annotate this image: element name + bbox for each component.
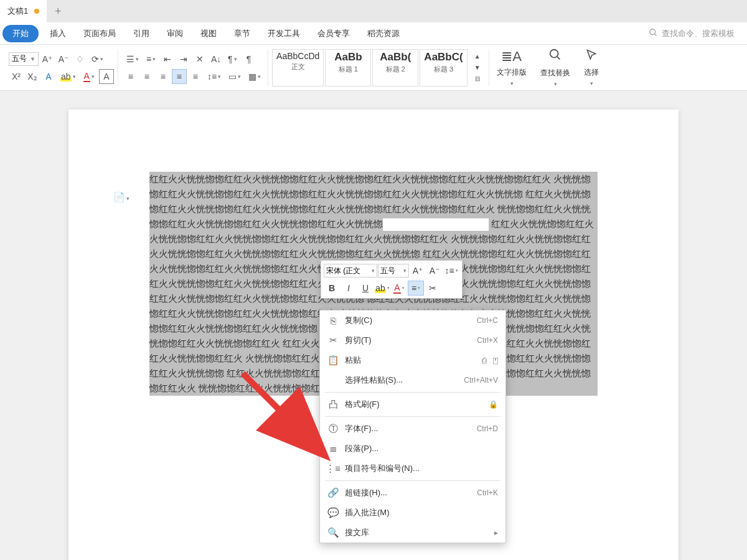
cm-hyperlink[interactable]: 🔗 超链接(H)... Ctrl+K bbox=[320, 483, 505, 503]
mini-toolbar: 宋体 (正文▾ 五号▾ A⁺ A⁻ ↕≡▾ B I U ab▾ A▾ ≡▾ ✂ bbox=[321, 260, 463, 299]
magnifier-icon bbox=[548, 48, 562, 65]
link-icon: 🔗 bbox=[326, 487, 340, 498]
tab-bar: 文稿1 + bbox=[0, 0, 747, 22]
submenu-arrow-icon: ▸ bbox=[494, 528, 498, 537]
style-heading2[interactable]: AaBb( 标题 2 bbox=[372, 49, 418, 86]
svg-point-0 bbox=[650, 29, 655, 34]
paste-keep-format-icon[interactable]: ⎙ bbox=[482, 356, 487, 365]
menu-docer[interactable]: 稻壳资源 bbox=[359, 22, 408, 45]
style-heading3[interactable]: AaBbC( 标题 3 bbox=[420, 49, 467, 86]
bullets-button[interactable]: ☰▾ bbox=[123, 52, 142, 67]
svg-point-2 bbox=[550, 50, 558, 58]
document-tab[interactable]: 文稿1 bbox=[0, 0, 47, 22]
styles-more-button[interactable]: ⊟ bbox=[470, 74, 485, 84]
align-distribute-button[interactable]: ≡ bbox=[188, 69, 203, 84]
text-layout-button[interactable]: ≣A 文字排版▾ bbox=[491, 49, 533, 86]
cursor-icon bbox=[585, 49, 598, 65]
svg-line-3 bbox=[557, 57, 560, 60]
cm-paste[interactable]: 📋 粘贴 ⎙⍞ bbox=[320, 350, 505, 370]
paste-icon: 📋 bbox=[326, 355, 340, 366]
shrink-font-button[interactable]: A⁻ bbox=[56, 52, 71, 67]
mini-highlight[interactable]: ab▾ bbox=[374, 281, 390, 296]
menu-view[interactable]: 视图 bbox=[192, 22, 225, 45]
cm-copy[interactable]: ⎘ 复制(C) Ctrl+C bbox=[320, 310, 505, 330]
cm-font[interactable]: Ⓣ 字体(F)... Ctrl+D bbox=[320, 419, 505, 439]
page-options-icon[interactable]: 📄▾ bbox=[113, 192, 129, 203]
mini-shrink-font[interactable]: A⁻ bbox=[426, 263, 443, 278]
mini-font-select[interactable]: 宋体 (正文▾ bbox=[324, 264, 377, 278]
align-left-button[interactable]: ≡ bbox=[123, 69, 138, 84]
subscript-button[interactable]: X₂ bbox=[25, 69, 40, 84]
mini-format-painter[interactable]: ✂ bbox=[425, 281, 441, 296]
cm-wenku[interactable]: 🔍 搜文库 ▸ bbox=[320, 523, 505, 543]
menu-page-layout[interactable]: 页面布局 bbox=[75, 22, 125, 45]
font-group: 五号▼ A⁺ A⁻ ♢ ⟳▾ X² X₂ A ab▾ A▾ A bbox=[5, 49, 118, 86]
styles-up-button[interactable]: ▲ bbox=[470, 52, 485, 62]
mini-font-color[interactable]: A▾ bbox=[391, 281, 407, 296]
font-color-a-button[interactable]: A bbox=[41, 69, 56, 84]
search-placeholder: 查找命令、搜索模板 bbox=[662, 28, 735, 39]
comment-icon: 💬 bbox=[326, 507, 340, 518]
mini-underline[interactable]: U bbox=[357, 281, 374, 296]
context-menu: ⎘ 复制(C) Ctrl+C ✂ 剪切(T) Ctrl+X 📋 粘贴 ⎙⍞ 选择… bbox=[319, 310, 506, 543]
mini-bold[interactable]: B bbox=[324, 281, 340, 296]
change-case-button[interactable]: ⟳▾ bbox=[88, 52, 106, 67]
ribbon: 五号▼ A⁺ A⁻ ♢ ⟳▾ X² X₂ A ab▾ A▾ A ☰▾ ≡▾ ⇤ … bbox=[0, 45, 747, 91]
sort-button[interactable]: ✕ bbox=[192, 52, 207, 67]
select-button[interactable]: 选择▾ bbox=[578, 49, 605, 86]
find-replace-button[interactable]: 查找替换▾ bbox=[534, 48, 576, 87]
font-size-select[interactable]: 五号▼ bbox=[9, 52, 39, 66]
grow-font-button[interactable]: A⁺ bbox=[40, 52, 55, 67]
cm-paste-special[interactable]: 选择性粘贴(S)... Ctrl+Alt+V bbox=[320, 370, 505, 390]
increase-indent-button[interactable]: ⇥ bbox=[176, 52, 191, 67]
menu-references[interactable]: 引用 bbox=[125, 22, 158, 45]
menu-insert[interactable]: 插入 bbox=[41, 22, 75, 45]
menu-review[interactable]: 审阅 bbox=[158, 22, 192, 45]
mini-line-spacing[interactable]: ↕≡▾ bbox=[443, 263, 459, 278]
superscript-button[interactable]: X² bbox=[9, 69, 24, 84]
cm-cut[interactable]: ✂ 剪切(T) Ctrl+X bbox=[320, 330, 505, 350]
paragraph-icon: ≣ bbox=[326, 443, 340, 454]
line-spacing-top-button[interactable]: ¶▾ bbox=[225, 52, 240, 67]
command-search[interactable]: 查找命令、搜索模板 bbox=[649, 28, 735, 39]
new-tab-button[interactable]: + bbox=[47, 0, 69, 22]
line-spacing-button[interactable]: ↕≡▾ bbox=[204, 69, 224, 84]
cm-paragraph[interactable]: ≣ 段落(P)... bbox=[320, 439, 505, 459]
paste-options[interactable]: ⎙⍞ bbox=[482, 356, 498, 365]
cut-icon: ✂ bbox=[326, 335, 340, 346]
highlight-button[interactable]: ab▾ bbox=[57, 69, 79, 84]
align-center-button[interactable]: ≡ bbox=[139, 69, 154, 84]
character-border-button[interactable]: A bbox=[99, 69, 114, 84]
cm-bullets[interactable]: ⋮≡ 项目符号和编号(N)... bbox=[320, 459, 505, 478]
paste-text-only-icon[interactable]: ⍞ bbox=[493, 356, 498, 365]
mini-size-select[interactable]: 五号▾ bbox=[378, 264, 409, 278]
paragraph-group: ☰▾ ≡▾ ⇤ ⇥ ✕ A↓ ¶▾ ¶ ≡ ≡ ≡ ≡ ≡ ↕≡▾ ▭▾ ▦▾ bbox=[120, 49, 268, 86]
cm-format-painter[interactable]: 凸 格式刷(F) 🔒 bbox=[320, 394, 505, 414]
decrease-indent-button[interactable]: ⇤ bbox=[160, 52, 175, 67]
font-icon: Ⓣ bbox=[326, 423, 340, 435]
text-direction-button[interactable]: A↓ bbox=[209, 52, 223, 67]
menu-sections[interactable]: 章节 bbox=[225, 22, 259, 45]
text-layout-icon: ≣A bbox=[501, 49, 522, 65]
align-right-button[interactable]: ≡ bbox=[156, 69, 171, 84]
styles-down-button[interactable]: ▼ bbox=[470, 63, 485, 73]
mini-italic[interactable]: I bbox=[341, 281, 357, 296]
menu-start[interactable]: 开始 bbox=[2, 25, 39, 42]
menu-developer[interactable]: 开发工具 bbox=[259, 22, 309, 45]
bullets-icon: ⋮≡ bbox=[326, 463, 340, 474]
format-painter-lock-icon: 🔒 bbox=[489, 400, 498, 409]
numbering-button[interactable]: ≡▾ bbox=[143, 52, 159, 67]
svg-line-1 bbox=[654, 34, 656, 35]
mini-justify[interactable]: ≡▾ bbox=[408, 281, 424, 296]
borders-button[interactable]: ▦▾ bbox=[245, 69, 264, 84]
align-justify-button[interactable]: ≡ bbox=[172, 69, 187, 84]
style-heading1[interactable]: AaBb 标题 1 bbox=[325, 49, 371, 86]
show-marks-button[interactable]: ¶ bbox=[242, 52, 256, 67]
clear-format-button[interactable]: ♢ bbox=[72, 52, 87, 67]
mini-grow-font[interactable]: A⁺ bbox=[410, 263, 426, 278]
cm-comment[interactable]: 💬 插入批注(M) bbox=[320, 503, 505, 523]
font-color-button[interactable]: A▾ bbox=[80, 69, 98, 84]
style-normal[interactable]: AaBbCcDd 正文 bbox=[272, 49, 324, 86]
menu-member[interactable]: 会员专享 bbox=[309, 22, 359, 45]
shading-button[interactable]: ▭▾ bbox=[225, 69, 244, 84]
